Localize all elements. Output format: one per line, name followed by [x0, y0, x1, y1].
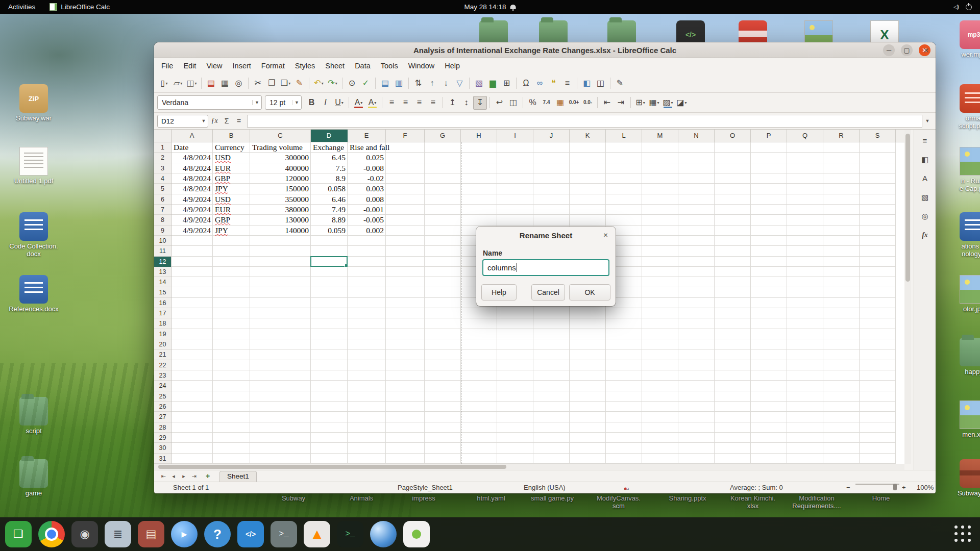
- headers-and-footers-button[interactable]: ≡: [560, 77, 574, 90]
- chevron-down-icon[interactable]: ▾: [341, 101, 344, 105]
- row-header-28[interactable]: 28: [154, 422, 171, 433]
- spelling-button[interactable]: ✓: [359, 77, 373, 90]
- italic-button[interactable]: I: [318, 96, 332, 110]
- chevron-down-icon[interactable]: ▾: [180, 81, 182, 86]
- sheet-name-input[interactable]: columns: [482, 259, 609, 276]
- cell-E6[interactable]: 0.008: [348, 194, 386, 205]
- row-header-10[interactable]: 10: [154, 236, 171, 246]
- row-header-24[interactable]: 24: [154, 381, 171, 391]
- cell-D2[interactable]: 6.45: [311, 153, 348, 163]
- desktop-label-small-game-py[interactable]: small game.py: [517, 495, 588, 503]
- chevron-down-icon[interactable]: ▾: [195, 81, 197, 86]
- cell-C9[interactable]: 140000: [250, 226, 311, 236]
- row-header-11[interactable]: 11: [154, 246, 171, 256]
- conditional-formatting-button[interactable]: ◪▾: [675, 96, 689, 110]
- page-style-label[interactable]: PageStyle_Sheet1: [398, 484, 453, 491]
- column-header-R[interactable]: R: [823, 130, 860, 142]
- equals-formula-icon[interactable]: =: [233, 115, 245, 127]
- row-header-25[interactable]: 25: [154, 391, 171, 402]
- row-header-12[interactable]: 12: [154, 257, 171, 267]
- row-header-14[interactable]: 14: [154, 277, 171, 287]
- insert-image-button[interactable]: ▧: [472, 77, 486, 90]
- cell-A3[interactable]: 4/8/2024: [172, 163, 213, 173]
- borders-button[interactable]: ⊞▾: [633, 96, 647, 110]
- desktop-icon-untitled-1-pdf[interactable]: Untitled 1.pdf: [2, 147, 65, 185]
- row-header-9[interactable]: 9: [154, 226, 171, 236]
- menu-sheet[interactable]: Sheet: [320, 59, 350, 73]
- cell-B1[interactable]: Currency: [213, 142, 250, 153]
- chevron-down-icon[interactable]: ▾: [374, 101, 376, 105]
- row-header-21[interactable]: 21: [154, 349, 171, 360]
- zoom-in-icon[interactable]: +: [902, 484, 906, 491]
- cell-A9[interactable]: 4/9/2024: [172, 226, 213, 236]
- insert-pivot-table-button[interactable]: ⊞: [500, 77, 513, 90]
- chevron-down-icon[interactable]: ▾: [335, 81, 337, 86]
- format-as-percent-button[interactable]: %: [526, 96, 540, 110]
- close-document-icon[interactable]: ✕: [921, 45, 932, 56]
- vertical-scrollbar-thumb[interactable]: [905, 134, 910, 282]
- system-status-area[interactable]: ◁): [953, 4, 980, 10]
- cell-E2[interactable]: 0.025: [348, 153, 386, 163]
- column-header-F[interactable]: F: [386, 130, 425, 142]
- properties-deck-icon[interactable]: ◧: [917, 152, 933, 167]
- format-as-number-button[interactable]: 7.4: [540, 96, 553, 110]
- autosum-icon[interactable]: Σ: [220, 115, 233, 127]
- desktop-label-animals[interactable]: Animals: [326, 495, 397, 503]
- row-header-17[interactable]: 17: [154, 308, 171, 318]
- row-header-26[interactable]: 26: [154, 402, 171, 412]
- row-header-27[interactable]: 27: [154, 412, 171, 422]
- chevron-down-icon[interactable]: ▼: [200, 118, 208, 123]
- function-wizard-icon[interactable]: ƒx: [208, 115, 220, 127]
- menu-help[interactable]: Help: [439, 59, 465, 73]
- row-header-23[interactable]: 23: [154, 370, 171, 381]
- chevron-down-icon[interactable]: ▾: [322, 81, 324, 86]
- menu-file[interactable]: File: [156, 59, 178, 73]
- cell-D9[interactable]: 0.059: [311, 226, 348, 236]
- column-header-M[interactable]: M: [642, 130, 678, 142]
- row-header-3[interactable]: 3: [154, 163, 171, 173]
- justified-button[interactable]: ≡: [426, 96, 440, 110]
- cancel-button[interactable]: Cancel: [531, 284, 565, 300]
- column-header-Q[interactable]: Q: [787, 130, 823, 142]
- print-preview-button[interactable]: ◎: [232, 77, 246, 90]
- dialog-close-icon[interactable]: ✕: [600, 230, 611, 240]
- cell-B8[interactable]: GBP: [213, 215, 250, 225]
- redo-button[interactable]: ↷▾: [326, 77, 339, 90]
- clock-menu[interactable]: May 28 14:18: [464, 3, 516, 11]
- name-box[interactable]: D12 ▼: [157, 115, 208, 128]
- zoom-slider-thumb[interactable]: [893, 484, 897, 490]
- cell-E1[interactable]: Rise and fall: [348, 142, 386, 153]
- column-header-I[interactable]: I: [497, 130, 533, 142]
- text-editor-dock-icon[interactable]: ≣: [105, 521, 131, 547]
- sort-button[interactable]: ⇅: [411, 77, 425, 90]
- cell-A7[interactable]: 4/9/2024: [172, 205, 213, 215]
- new-button[interactable]: ▯▾: [157, 77, 171, 90]
- selected-cell-D12[interactable]: [310, 256, 348, 267]
- gallery-deck-icon[interactable]: ▧: [917, 189, 933, 205]
- chevron-down-icon[interactable]: ▾: [657, 101, 659, 105]
- chevron-down-icon[interactable]: ▼: [292, 100, 301, 105]
- special-character-button[interactable]: Ω: [519, 77, 533, 90]
- cell-A5[interactable]: 4/8/2024: [172, 184, 213, 194]
- insert-comment-button[interactable]: ❝: [547, 77, 560, 90]
- expand-formula-bar-icon[interactable]: ▼: [922, 118, 933, 123]
- sidebar-menu-icon[interactable]: ≡: [917, 133, 933, 148]
- vlc-dock-icon[interactable]: ▲: [304, 521, 330, 547]
- desktop-label-korean-kimchi-[interactable]: Korean Kimchi. xlsx: [717, 495, 789, 510]
- desktop-icon-olor-jpg[interactable]: olor.jpg: [942, 275, 980, 313]
- find-and-replace-button[interactable]: ⊙: [345, 77, 359, 90]
- font-size-combo[interactable]: 12 pt ▼: [265, 95, 302, 110]
- desktop-icon-men-xcf[interactable]: men.xcf: [942, 400, 980, 439]
- row-header-4[interactable]: 4: [154, 173, 171, 184]
- column-header-D[interactable]: D: [311, 130, 348, 142]
- desktop-icon-happy[interactable]: happy: [942, 338, 980, 376]
- column-header-B[interactable]: B: [213, 130, 250, 142]
- insert-chart-button[interactable]: ▆: [486, 77, 500, 90]
- last-sheet-icon[interactable]: ⇥: [189, 473, 199, 480]
- desktop-label-sharing-pptx[interactable]: Sharing.pptx: [652, 495, 723, 503]
- increase-indent-button[interactable]: ⇥: [614, 96, 628, 110]
- row-header-22[interactable]: 22: [154, 360, 171, 370]
- horizontal-scrollbar[interactable]: [154, 464, 904, 470]
- show-applications-icon[interactable]: [953, 524, 973, 544]
- font-color-button[interactable]: A▾: [352, 96, 365, 110]
